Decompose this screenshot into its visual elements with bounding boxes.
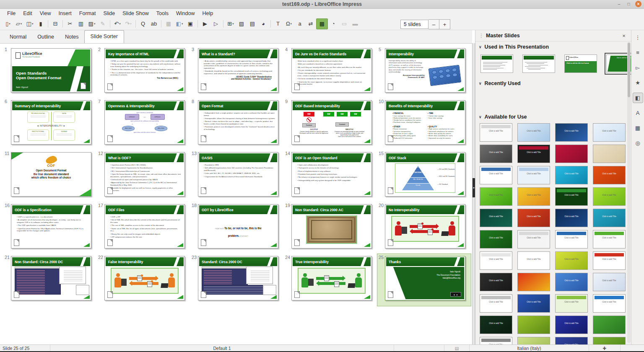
used-master-1[interactable] [479, 53, 515, 75]
available-master-21[interactable]: Click to add Title [480, 230, 512, 248]
slide-cell-5[interactable]: 5InteroperabilityInteroperability means … [377, 46, 471, 98]
available-master-26[interactable]: Click to add Title [517, 251, 550, 270]
available-master-12[interactable]: Click to add Title [593, 166, 626, 184]
gallery-icon[interactable]: ▦ [633, 123, 643, 133]
slide-thumbnail[interactable]: True Interoperability [291, 256, 372, 300]
slide-thumbnail[interactable]: ODFOpen Document Formatthe true document… [11, 152, 91, 197]
undo-icon[interactable]: ↶▾ [112, 19, 123, 29]
save-icon[interactable]: ◫▾ [24, 19, 35, 29]
available-master-7[interactable] [555, 145, 588, 163]
menu-slide[interactable]: Slide [99, 10, 119, 17]
slide-cell-22[interactable]: 22False Interoperability [97, 254, 190, 306]
panel-close-icon[interactable]: × [620, 32, 628, 39]
menu-insert[interactable]: Insert [55, 10, 75, 17]
slide-thumbnail[interactable]: ODF StackODFForms, MathML, SVG, XLink, D… [385, 152, 465, 197]
slide-thumbnail[interactable]: Summary of InteroperabilityTECHNOLOGICAL… [11, 100, 91, 145]
animation-icon[interactable]: ★ [633, 78, 643, 88]
slide-thumbnail[interactable]: InteroperabilityInteroperability means t… [385, 48, 465, 93]
menu-help[interactable]: Help [198, 10, 217, 17]
slide-thumbnail[interactable]: No Interoperability [385, 204, 465, 248]
insert-chart-icon[interactable]: ◕ [258, 19, 269, 29]
available-master-18[interactable]: Click to add Title [517, 209, 550, 227]
status-layout-name[interactable]: Default 1 [50, 345, 394, 351]
status-language[interactable]: Italian (Italy) [470, 345, 589, 351]
insert-media-icon[interactable]: ▤ [247, 19, 258, 29]
available-master-29[interactable]: Click to add Title [480, 273, 512, 291]
slide-cell-25[interactable]: 25ThanksItalo VignoliThe Document Founda… [377, 254, 471, 306]
available-master-28[interactable]: Click to add Title [593, 251, 626, 270]
paste-icon[interactable]: ▨▾ [86, 19, 97, 29]
slides-per-row-input[interactable]: 5 slides [400, 20, 428, 29]
export-pdf-icon[interactable]: ▮ [35, 19, 46, 29]
slide-cell-9[interactable]: 9ODF Based InteroperabilitySWContentSWSW… [284, 98, 377, 150]
special-character-icon[interactable]: Ω▾ [283, 19, 294, 29]
slide-cell-2[interactable]: 2Key Importance of HTML• HTML as a free … [97, 46, 190, 98]
menu-file[interactable]: File [3, 10, 19, 17]
menu-slide-show[interactable]: Slide Show [119, 10, 153, 17]
start-from-first-slide-icon[interactable]: ▶ [200, 19, 210, 29]
slide-thumbnail[interactable]: Non Standard: Circa 2000 AC [291, 204, 372, 248]
slide-thumbnail[interactable]: LibreOfficeThe Document FoundationOpen S… [11, 48, 91, 93]
available-master-15[interactable]: Click to add Title [555, 187, 588, 206]
maximize-icon[interactable]: □ [626, 1, 632, 7]
available-master-16[interactable]: Click to add Title [593, 187, 626, 206]
available-master-20[interactable]: Click to add Title [593, 209, 626, 227]
document-modified-icon[interactable]: ▤ [444, 345, 470, 351]
slide-cell-13[interactable]: 13OASIS• Founded in 1993• 600 affiliated… [190, 150, 284, 202]
available-master-30[interactable] [517, 273, 550, 291]
section-used-header[interactable]: ∨ Used in This Presentation [475, 41, 631, 52]
available-master-2[interactable]: Click to add Title [517, 123, 550, 142]
view-tab-normal[interactable]: Normal [4, 31, 32, 43]
used-master-3[interactable]: LibreOfficeClick to edit the title text … [563, 53, 599, 75]
slide-thumbnail[interactable]: False Interoperability [104, 256, 185, 300]
available-master-44[interactable] [593, 337, 626, 344]
panel-scrollbar-thumb[interactable] [628, 43, 630, 97]
slide-thumbnail[interactable]: What is a Standard?• A document, establi… [198, 48, 278, 93]
panel-grip-icon[interactable]: ⋮ [479, 33, 483, 39]
slide-cell-6[interactable]: 6Summary of InteroperabilityTECHNOLOGICA… [3, 98, 97, 150]
available-master-23[interactable]: Click to add Title [555, 230, 588, 248]
available-master-22[interactable]: Click to add Title [517, 230, 550, 248]
slide-cell-20[interactable]: 20No Interoperability [377, 202, 471, 254]
available-master-32[interactable]: Click to add Title [593, 273, 626, 291]
available-master-43[interactable]: Click to add Title [555, 337, 588, 344]
grid-icon[interactable]: ▦ [163, 19, 174, 29]
sidebar-splitter[interactable]: ▸ [472, 43, 475, 344]
available-master-13[interactable]: Click to add Title [480, 187, 512, 206]
slide-thumbnail[interactable]: Standard: Circa 2000 DC [198, 256, 278, 300]
slide-thumbnail[interactable]: ODF Based InteroperabilitySWContentSWSWS… [291, 100, 372, 145]
open-file-icon[interactable]: ▱▾ [13, 19, 24, 29]
slides-per-row-increase-button[interactable]: + [439, 19, 450, 29]
available-master-41[interactable]: Click to add Title [480, 337, 512, 344]
slide-thumbnail[interactable]: ODT by LibreOffice<start text>To be, or … [198, 204, 278, 248]
cut-icon[interactable]: ✂ [65, 19, 75, 29]
menu-format[interactable]: Format [75, 10, 100, 17]
sidebar-menu-icon[interactable]: ⋮ [633, 32, 643, 43]
slide-cell-12[interactable]: 12What is ODF?• OpenDocument Format (ISO… [97, 150, 190, 202]
available-master-6[interactable]: Click to add Title [517, 145, 550, 163]
find-replace-icon[interactable]: Q [138, 19, 148, 29]
available-master-5[interactable]: Click to add Title [480, 145, 512, 163]
copy-icon[interactable]: ▥ [75, 19, 86, 29]
available-master-27[interactable]: Click to add Title [555, 251, 588, 270]
available-master-24[interactable]: Click to add Title [593, 230, 626, 248]
slide-sorter-mode-icon[interactable]: ▩ [316, 18, 328, 29]
insert-image-icon[interactable]: ▧ [236, 19, 247, 29]
fit-slide-icon[interactable]: ✚ [589, 345, 621, 351]
start-from-current-slide-icon[interactable]: ▷ [210, 19, 221, 29]
slide-cell-15[interactable]: 15ODF StackODFForms, MathML, SVG, XLink,… [377, 150, 471, 202]
new-document-icon[interactable]: ▯▾ [3, 19, 13, 29]
master-slide-icon[interactable]: ▣ [185, 19, 196, 29]
display-views-icon[interactable]: ◧▾ [174, 19, 185, 29]
available-master-31[interactable]: Click to add Title [555, 273, 588, 291]
clone-formatting-icon[interactable]: ✎ [97, 19, 108, 29]
master-slides-icon[interactable]: ◧ [633, 93, 643, 103]
slide-thumbnail[interactable]: Open Format• Independent from a single p… [198, 100, 278, 145]
menu-window[interactable]: Window [172, 10, 198, 17]
glue-points-icon[interactable]: ⇄ [305, 19, 316, 29]
available-master-17[interactable]: Click to add Title [480, 209, 512, 227]
slide-cell-1[interactable]: 1LibreOfficeThe Document FoundationOpen … [3, 46, 97, 98]
view-tab-slide-sorter[interactable]: Slide Sorter [84, 30, 124, 43]
available-master-8[interactable] [593, 145, 626, 163]
available-master-4[interactable]: Click to add Title [593, 123, 626, 142]
